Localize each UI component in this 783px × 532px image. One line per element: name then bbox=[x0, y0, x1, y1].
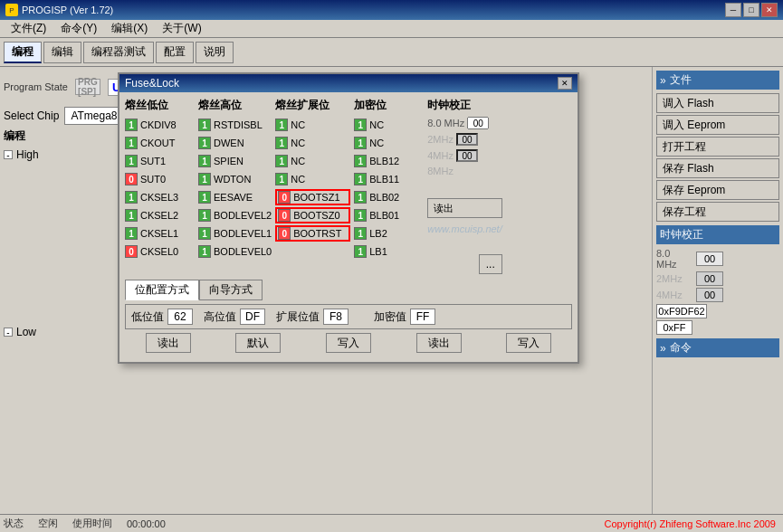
freq-2mhz-input[interactable] bbox=[696, 271, 723, 286]
minimize-button[interactable]: ─ bbox=[725, 3, 741, 17]
fuse-write-lock-button[interactable]: 写入 bbox=[506, 333, 551, 353]
clock-4mhz-input[interactable] bbox=[456, 149, 478, 162]
ext-value-input[interactable] bbox=[323, 309, 349, 325]
low-value-input[interactable] bbox=[167, 309, 193, 325]
fuse-tabs: 位配置方式 向导方式 bbox=[125, 280, 572, 300]
fuse-bit-ckout[interactable]: 1 bbox=[125, 137, 138, 149]
fuse-bit-cksel2[interactable]: 1 bbox=[125, 209, 138, 222]
hex-input-1[interactable] bbox=[656, 304, 707, 318]
menu-about[interactable]: 关于(W) bbox=[155, 19, 208, 38]
high-value-group: 高位值 bbox=[204, 309, 265, 325]
fuse-bit-bootrst[interactable]: 0 bbox=[278, 227, 291, 240]
fuse-row-ckdiv8: 1 CKDIV8 bbox=[125, 117, 195, 133]
clock-read-button[interactable]: 读出 bbox=[427, 198, 502, 218]
fuse-col-clock-title: 时钟校正 bbox=[427, 98, 502, 113]
hex-input-2[interactable] bbox=[656, 320, 692, 335]
fuse-close-button[interactable]: ✕ bbox=[558, 77, 572, 90]
clock-section-label: 时钟校正 bbox=[660, 227, 703, 242]
menu-file[interactable]: 文件(Z) bbox=[4, 19, 53, 38]
fuse-bit-bodlevel2[interactable]: 1 bbox=[198, 209, 211, 222]
fuse-bit-cksel3[interactable]: 1 bbox=[125, 191, 138, 204]
high-value-input[interactable] bbox=[240, 309, 265, 325]
open-project-button[interactable]: 打开工程 bbox=[656, 137, 779, 157]
fuse-bit-blb12[interactable]: 1 bbox=[354, 155, 367, 167]
fuse-bit-ext-nc4[interactable]: 1 bbox=[275, 173, 288, 185]
fuse-bit-blb01[interactable]: 1 bbox=[354, 209, 367, 222]
fuse-content: 熔丝低位 1 CKDIV8 1 CKOUT 1 SUT1 0 SUT0 bbox=[119, 92, 578, 362]
tree-low-expand[interactable]: - bbox=[4, 328, 13, 337]
freq-8mhz-input[interactable] bbox=[696, 252, 723, 266]
fuse-name-lock-nc2: NC bbox=[369, 138, 424, 148]
fuse-row-wdton: 1 WDTON bbox=[198, 171, 272, 187]
toolbar-help[interactable]: 说明 bbox=[196, 42, 234, 63]
fuse-name-ckdiv8: CKDIV8 bbox=[140, 119, 195, 130]
fuse-bit-bodlevel1[interactable]: 1 bbox=[198, 227, 211, 240]
fuse-bit-lock-nc2[interactable]: 1 bbox=[354, 137, 367, 149]
fuse-bit-blb02[interactable]: 1 bbox=[354, 191, 367, 204]
fuse-bit-ext-nc3[interactable]: 1 bbox=[275, 155, 288, 167]
fuse-tab-bit-config[interactable]: 位配置方式 bbox=[125, 280, 199, 300]
eeprom-in-button[interactable]: 调入 Eeprom bbox=[656, 115, 779, 135]
fuse-read-button[interactable]: 读出 bbox=[146, 333, 191, 353]
maximize-button[interactable]: □ bbox=[743, 3, 759, 17]
fuse-bit-sut0[interactable]: 0 bbox=[125, 173, 138, 185]
fuse-bit-bootsz0[interactable]: 0 bbox=[278, 209, 291, 222]
status-time-label: 使用时间 bbox=[72, 517, 112, 530]
fuse-bit-cksel0[interactable]: 0 bbox=[125, 245, 138, 258]
tree-high-label: High bbox=[16, 148, 39, 161]
fuse-tab-wizard[interactable]: 向导方式 bbox=[199, 280, 263, 300]
save-eeprom-button[interactable]: 保存 Eeprom bbox=[656, 180, 779, 200]
more-button[interactable]: ... bbox=[479, 254, 502, 274]
fuse-col-high: 熔丝高位 1 RSTDISBL 1 DWEN 1 SPIEN 1 WDTON bbox=[198, 98, 272, 274]
cmd-section-header: » 命令 bbox=[656, 338, 779, 357]
menu-edit[interactable]: 编辑(X) bbox=[104, 19, 155, 38]
fuse-bit-spien[interactable]: 1 bbox=[198, 155, 211, 167]
fuse-row-cksel2: 1 CKSEL2 bbox=[125, 207, 195, 223]
fuse-name-dwen: DWEN bbox=[214, 138, 268, 148]
menu-command[interactable]: 命令(Y) bbox=[53, 19, 104, 38]
fuse-bit-blb11[interactable]: 1 bbox=[354, 173, 367, 185]
fuse-bit-ext-nc2[interactable]: 1 bbox=[275, 137, 288, 149]
fuse-bit-lock-nc1[interactable]: 1 bbox=[354, 119, 367, 131]
clock-2mhz-input[interactable] bbox=[456, 133, 478, 146]
fuse-row-cksel3: 1 CKSEL3 bbox=[125, 189, 195, 205]
fuse-write-button[interactable]: 写入 bbox=[326, 333, 371, 353]
toolbar-programmer-test[interactable]: 编程器测试 bbox=[83, 42, 154, 63]
fuse-row-cksel1: 1 CKSEL1 bbox=[125, 225, 195, 242]
file-section-header: » 文件 bbox=[656, 71, 779, 90]
fuse-bit-cksel1[interactable]: 1 bbox=[125, 227, 138, 240]
lock-value-input[interactable] bbox=[410, 309, 435, 325]
toolbar-config[interactable]: 配置 bbox=[156, 42, 194, 63]
cmd-section-label: 命令 bbox=[670, 340, 692, 356]
fuse-bit-rstdisbl[interactable]: 1 bbox=[198, 119, 211, 131]
fuse-bit-eesave[interactable]: 1 bbox=[198, 191, 211, 204]
fuse-name-sut1: SUT1 bbox=[140, 156, 195, 166]
flash-in-button[interactable]: 调入 Flash bbox=[656, 93, 779, 113]
toolbar-program[interactable]: 编程 bbox=[4, 42, 42, 63]
save-flash-button[interactable]: 保存 Flash bbox=[656, 158, 779, 178]
tree-high-expand[interactable]: - bbox=[4, 150, 13, 159]
fuse-bit-bodlevel0[interactable]: 1 bbox=[198, 245, 211, 258]
fuse-bit-sut1[interactable]: 1 bbox=[125, 155, 138, 167]
fuse-bit-lb1[interactable]: 1 bbox=[354, 245, 367, 258]
clock-8mhz-input[interactable] bbox=[467, 117, 489, 129]
fuse-row-ckout: 1 CKOUT bbox=[125, 135, 195, 151]
fuse-bit-ckdiv8[interactable]: 1 bbox=[125, 119, 138, 131]
watermark: www.mcuisp.net/ bbox=[427, 223, 502, 234]
save-project-button[interactable]: 保存工程 bbox=[656, 202, 779, 222]
fuse-name-cksel0: CKSEL0 bbox=[140, 246, 195, 257]
fuse-bit-bootsz1[interactable]: 0 bbox=[278, 191, 291, 204]
close-button[interactable]: ✕ bbox=[761, 3, 778, 17]
fuse-bit-dwen[interactable]: 1 bbox=[198, 137, 211, 149]
toolbar-edit[interactable]: 编辑 bbox=[43, 42, 81, 63]
freq-4mhz-input[interactable] bbox=[696, 288, 723, 302]
fuse-read-lock-button[interactable]: 读出 bbox=[416, 333, 462, 353]
fuse-row-ext-nc2: 1 NC bbox=[275, 135, 350, 151]
fuse-name-ext-nc4: NC bbox=[291, 174, 345, 185]
fuse-bit-ext-nc1[interactable]: 1 bbox=[275, 119, 288, 131]
freq-8mhz-label: 8.0 MHz bbox=[656, 248, 692, 270]
fuse-default-button[interactable]: 默认 bbox=[235, 333, 281, 353]
fuse-bit-wdton[interactable]: 1 bbox=[198, 173, 211, 185]
fuse-bit-lb2[interactable]: 1 bbox=[354, 227, 367, 240]
fuse-row-dwen: 1 DWEN bbox=[198, 135, 272, 151]
